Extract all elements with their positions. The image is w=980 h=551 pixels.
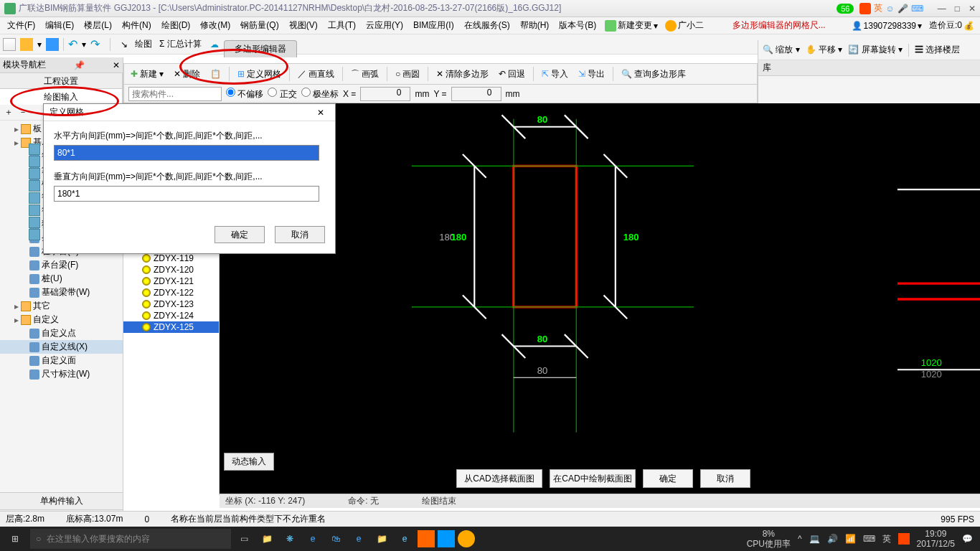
search-box[interactable]: ○ 在这里输入你要搜索的内容 [30, 529, 231, 549]
tree-node[interactable]: ▸其它 [0, 299, 123, 313]
tree-node[interactable]: ▸自定义 [0, 313, 123, 326]
app3-icon[interactable] [438, 530, 455, 547]
phone-button[interactable]: 👤13907298339▾ [849, 19, 925, 32]
start-button[interactable]: ⊞ [3, 527, 27, 551]
tab-single-input[interactable]: 单构件输入 [0, 492, 123, 509]
zoom-tool[interactable]: 🔍 缩放 ▾ [763, 44, 800, 56]
new-icon[interactable] [3, 38, 16, 51]
tab-draw-input[interactable]: 绘图输入 [0, 89, 123, 105]
edge2-icon[interactable]: e [349, 529, 369, 549]
menu-rebar[interactable]: 钢筋量(Q) [236, 18, 283, 33]
tree-node[interactable]: 自定义线(X) [0, 340, 123, 354]
collapse-all-icon[interactable]: － [19, 106, 27, 118]
from-cad-button[interactable]: 从CAD选择截面图 [456, 469, 542, 488]
draw-in-cad-button[interactable]: 在CAD中绘制截面图 [550, 469, 636, 488]
menu-view[interactable]: 视图(V) [285, 18, 322, 33]
system-tray[interactable]: 8%CPU使用率 ^💻🔊📶⌨ 英 19:092017/12/5 💬 [747, 529, 977, 550]
menu-floor[interactable]: 楼层(L) [80, 18, 116, 33]
tab-polyeditor[interactable]: 多边形编辑器 [224, 40, 297, 57]
max-button[interactable]: □ [955, 4, 960, 14]
tree-node[interactable]: 桩(U) [0, 272, 123, 286]
nooffset-radio[interactable]: 不偏移 [226, 88, 263, 100]
menu-help[interactable]: 帮助(H) [516, 18, 554, 33]
delete-button[interactable]: ✕删除 [171, 67, 202, 82]
polar-radio[interactable]: 极坐标 [301, 88, 339, 100]
ortho-radio[interactable]: 正交 [268, 88, 296, 100]
cad-ok-button[interactable]: 确定 [643, 469, 693, 488]
circle-button[interactable]: ○画圆 [393, 67, 422, 82]
sogou-tray-icon[interactable] [898, 533, 910, 545]
arc-button[interactable]: ⌒画弧 [349, 67, 381, 82]
expand-all-icon[interactable]: ＋ [4, 106, 13, 118]
component-row[interactable]: ZDYX-121 [123, 276, 219, 287]
rotate-tool[interactable]: 🔄 屏幕旋转 ▾ [848, 44, 903, 56]
menu-cloud[interactable]: 云应用(Y) [362, 18, 407, 33]
clear-poly-button[interactable]: ✕清除多边形 [434, 67, 491, 82]
dynamic-input-button[interactable]: 动态输入 [224, 453, 274, 471]
tree-node[interactable]: 自定义面 [0, 354, 123, 367]
close-button[interactable]: ✕ [969, 4, 976, 14]
notif-badge[interactable]: 56 [837, 4, 854, 14]
x-input[interactable]: 0 [360, 87, 410, 101]
undo-step-button[interactable]: ↶回退 [496, 67, 527, 82]
menu-draw[interactable]: 绘图(D) [157, 18, 195, 33]
menu-bim[interactable]: BIM应用(I) [409, 18, 458, 33]
user-button[interactable]: 广小二 [662, 18, 707, 33]
notice-text[interactable]: 多边形编辑器的网格尺... [732, 19, 826, 32]
taskview-icon[interactable]: ▭ [234, 529, 254, 549]
draw-label[interactable]: 绘图 [135, 38, 152, 50]
new-change-button[interactable]: 新建变更▾ [602, 18, 661, 33]
component-row[interactable]: ZDYX-124 [123, 310, 219, 321]
app2-icon[interactable] [418, 530, 435, 547]
cloud-check-icon[interactable]: ☁ [210, 39, 219, 50]
store-icon[interactable]: 🛍 [326, 529, 346, 549]
component-row[interactable]: ZDYX-122 [123, 287, 219, 298]
cad-cancel-button[interactable]: 取消 [700, 469, 750, 488]
menu-tool[interactable]: 工具(T) [324, 18, 360, 33]
search-components-input[interactable] [128, 87, 222, 101]
open-icon[interactable] [20, 38, 33, 51]
app4-icon[interactable] [458, 530, 475, 547]
query-lib-button[interactable]: 🔍查询多边形库 [619, 67, 688, 82]
nav-pin-icon[interactable]: 📌 [74, 60, 85, 70]
menu-file[interactable]: 文件(F) [3, 18, 39, 33]
menu-online[interactable]: 在线服务(S) [460, 18, 514, 33]
min-button[interactable]: — [938, 4, 946, 14]
y-input[interactable]: 0 [451, 87, 501, 101]
tree-node[interactable]: 自定义点 [0, 326, 123, 340]
undo-icon[interactable]: ↶ [68, 37, 77, 51]
draw-tool[interactable]: ↘ [121, 39, 128, 50]
menu-modify[interactable]: 修改(M) [196, 18, 235, 33]
define-grid-button[interactable]: ⊞定义网格 [235, 67, 283, 82]
nav-close-icon[interactable]: ✕ [113, 60, 120, 70]
export-button[interactable]: ⇲导出 [576, 67, 607, 82]
new-button[interactable]: ✚新建▾ [128, 67, 166, 82]
import-button[interactable]: ⇱导入 [540, 67, 570, 82]
copy-button[interactable]: 📋 [208, 67, 223, 80]
tree-node[interactable]: 承台梁(F) [0, 258, 123, 272]
redo-icon[interactable]: ↷ [90, 37, 100, 51]
h-spacing-input[interactable] [54, 145, 319, 161]
pan-tool[interactable]: ✋ 平移 ▾ [806, 44, 843, 56]
folder2-icon[interactable]: 📁 [372, 529, 392, 549]
tab-project-setting[interactable]: 工程设置 [0, 73, 123, 88]
v-spacing-input[interactable] [54, 186, 319, 202]
menu-edit[interactable]: 编辑(E) [41, 18, 78, 33]
floor-select[interactable]: ☰ 选择楼层 [915, 44, 960, 56]
explorer-icon[interactable]: 📁 [257, 529, 277, 549]
app1-icon[interactable]: ❋ [280, 529, 300, 549]
sigma-label[interactable]: Σ 汇总计算 [159, 38, 202, 50]
dialog-close-icon[interactable]: ✕ [312, 108, 329, 118]
tree-node[interactable]: 尺寸标注(W) [0, 367, 123, 381]
ime-bar[interactable]: 英 ☺🎤⌨ [859, 2, 923, 14]
edge-icon[interactable]: e [303, 529, 323, 549]
component-row[interactable]: ZDYX-123 [123, 298, 219, 310]
save-icon[interactable] [46, 38, 59, 51]
coin-button[interactable]: 造价豆:0💰 [926, 18, 977, 33]
tree-node[interactable]: 基础梁带(W) [0, 286, 123, 299]
menu-ver[interactable]: 版本号(B) [555, 18, 600, 33]
component-row[interactable]: ZDYX-125 [123, 321, 219, 333]
component-row[interactable]: ZDYX-120 [123, 264, 219, 276]
dialog-ok-button[interactable]: 确定 [215, 226, 265, 243]
line-button[interactable]: ／画直线 [296, 67, 336, 82]
